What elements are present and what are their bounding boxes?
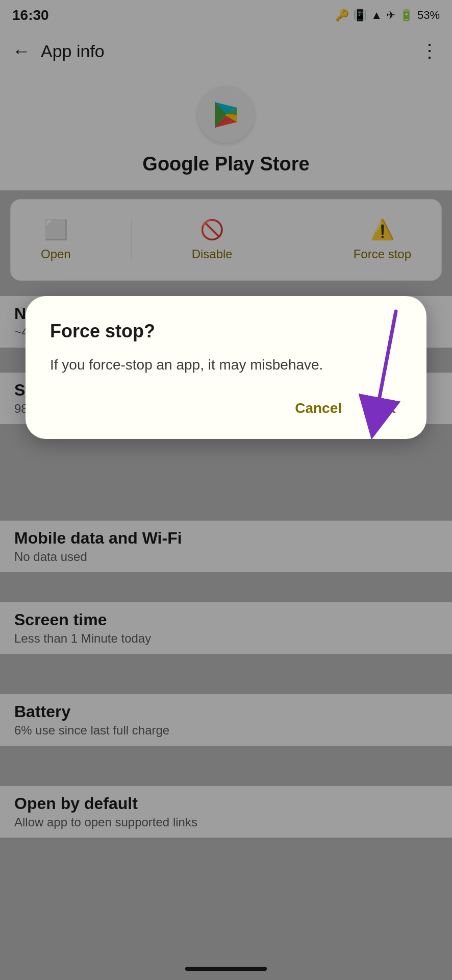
dialog-title: Force stop? [50,321,402,342]
force-stop-dialog: Force stop? If you force-stop an app, it… [26,296,426,439]
overlay-backdrop [0,0,452,980]
ok-button[interactable]: OK [368,396,402,421]
cancel-button[interactable]: Cancel [289,396,348,421]
dialog-message: If you force-stop an app, it may misbeha… [50,354,402,376]
dialog-buttons: Cancel OK [50,396,402,421]
